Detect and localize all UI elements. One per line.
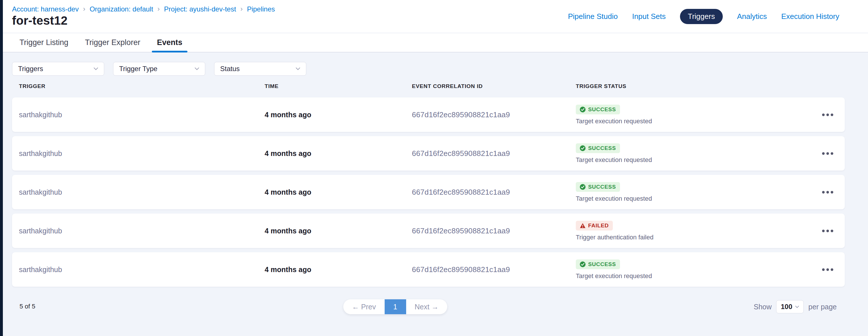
row-actions-menu[interactable] bbox=[810, 111, 845, 119]
filter-trigger-type-label: Trigger Type bbox=[119, 65, 157, 73]
status-label: SUCCESS bbox=[588, 261, 616, 267]
status-badge: FAILED bbox=[576, 221, 613, 231]
breadcrumb-link-pipelines[interactable]: Pipelines bbox=[247, 5, 275, 13]
nav-pill-triggers[interactable]: Triggers bbox=[680, 9, 722, 24]
ellipsis-icon bbox=[822, 113, 825, 116]
ellipsis-icon bbox=[826, 113, 829, 116]
ellipsis-icon bbox=[831, 113, 833, 116]
status-detail: Target execution requested bbox=[576, 272, 652, 280]
status-badge: SUCCESS bbox=[576, 143, 620, 153]
column-header-trigger: TRIGGER bbox=[19, 83, 265, 90]
chevron-down-icon bbox=[296, 67, 300, 70]
status-label: FAILED bbox=[588, 223, 609, 229]
chevron-down-icon bbox=[795, 306, 799, 308]
pagination: ← Prev 1 Next → bbox=[343, 299, 447, 314]
next-page-button[interactable]: Next → bbox=[406, 299, 447, 314]
table-row[interactable]: sarthakgithub 4 months ago 667d16f2ec895… bbox=[12, 136, 845, 171]
status-badge: SUCCESS bbox=[576, 105, 620, 114]
current-page-button[interactable]: 1 bbox=[384, 299, 406, 314]
ellipsis-icon bbox=[826, 268, 829, 271]
event-rows: sarthakgithub 4 months ago 667d16f2ec895… bbox=[12, 98, 845, 287]
row-actions-menu[interactable] bbox=[810, 149, 845, 158]
row-actions-menu[interactable] bbox=[810, 227, 845, 235]
check-circle-icon bbox=[580, 262, 586, 267]
table-row[interactable]: sarthakgithub 4 months ago 667d16f2ec895… bbox=[12, 213, 845, 248]
status-detail: Target execution requested bbox=[576, 195, 652, 202]
event-time: 4 months ago bbox=[265, 266, 412, 274]
status-label: SUCCESS bbox=[588, 106, 616, 113]
correlation-id: 667d16f2ec895908821c1aa9 bbox=[412, 188, 576, 197]
status-badge: SUCCESS bbox=[576, 260, 620, 269]
tab-trigger-listing[interactable]: Trigger Listing bbox=[18, 33, 70, 52]
breadcrumb-separator-icon: › bbox=[83, 5, 85, 13]
trigger-status-cell: FAILED Trigger authentication failed bbox=[576, 221, 810, 241]
trigger-name: sarthakgithub bbox=[19, 111, 265, 119]
nav-link-pipeline-studio[interactable]: Pipeline Studio bbox=[568, 12, 618, 21]
breadcrumb-separator-icon: › bbox=[240, 5, 243, 13]
ellipsis-icon bbox=[822, 230, 825, 232]
table-header: TRIGGER TIME EVENT CORRELATION ID TRIGGE… bbox=[12, 83, 845, 90]
page-size-value: 100 bbox=[781, 303, 792, 311]
show-label: Show bbox=[754, 303, 772, 311]
warning-triangle-icon bbox=[580, 223, 586, 228]
pipeline-nav: Pipeline Studio Input Sets Triggers Anal… bbox=[568, 0, 839, 33]
status-detail: Target execution requested bbox=[576, 117, 652, 125]
breadcrumb-link-account[interactable]: Account: harness-dev bbox=[12, 5, 79, 13]
trigger-name: sarthakgithub bbox=[19, 266, 265, 274]
filter-trigger-type[interactable]: Trigger Type bbox=[113, 62, 205, 76]
status-detail: Target execution requested bbox=[576, 156, 652, 164]
filter-triggers[interactable]: Triggers bbox=[12, 62, 104, 76]
ellipsis-icon bbox=[831, 152, 833, 155]
breadcrumb-separator-icon: › bbox=[158, 5, 160, 13]
event-time: 4 months ago bbox=[265, 188, 412, 196]
row-actions-menu[interactable] bbox=[810, 188, 845, 196]
status-detail: Trigger authentication failed bbox=[576, 234, 654, 241]
column-header-trigger-status: TRIGGER STATUS bbox=[576, 83, 810, 90]
correlation-id: 667d16f2ec895908821c1aa9 bbox=[412, 149, 576, 158]
chevron-down-icon bbox=[195, 67, 199, 70]
ellipsis-icon bbox=[826, 152, 829, 155]
tab-events[interactable]: Events bbox=[155, 33, 184, 52]
page-size-select[interactable]: 100 bbox=[776, 300, 804, 313]
trigger-status-cell: SUCCESS Target execution requested bbox=[576, 182, 810, 202]
nav-link-execution-history[interactable]: Execution History bbox=[781, 12, 839, 21]
filter-status[interactable]: Status bbox=[214, 62, 306, 76]
ellipsis-icon bbox=[822, 268, 825, 271]
per-page-label: per page bbox=[808, 303, 837, 311]
status-label: SUCCESS bbox=[588, 145, 616, 152]
trigger-name: sarthakgithub bbox=[19, 149, 265, 158]
ellipsis-icon bbox=[822, 191, 825, 194]
row-actions-menu[interactable] bbox=[810, 266, 845, 274]
collapsed-sidebar-strip[interactable] bbox=[0, 0, 3, 336]
nav-link-input-sets[interactable]: Input Sets bbox=[632, 12, 665, 21]
breadcrumb-link-organization[interactable]: Organization: default bbox=[90, 5, 153, 13]
correlation-id: 667d16f2ec895908821c1aa9 bbox=[412, 265, 576, 274]
tab-trigger-explorer[interactable]: Trigger Explorer bbox=[83, 33, 142, 52]
status-label: SUCCESS bbox=[588, 184, 616, 190]
table-row[interactable]: sarthakgithub 4 months ago 667d16f2ec895… bbox=[12, 98, 845, 132]
check-circle-icon bbox=[580, 145, 586, 151]
breadcrumb: Account: harness-dev › Organization: def… bbox=[12, 5, 275, 13]
correlation-id: 667d16f2ec895908821c1aa9 bbox=[412, 227, 576, 235]
check-circle-icon bbox=[580, 184, 586, 190]
nav-link-analytics[interactable]: Analytics bbox=[737, 12, 767, 21]
table-row[interactable]: sarthakgithub 4 months ago 667d16f2ec895… bbox=[12, 175, 845, 209]
ellipsis-icon bbox=[831, 268, 833, 271]
filter-status-label: Status bbox=[220, 65, 240, 73]
page-header: Account: harness-dev › Organization: def… bbox=[3, 0, 868, 33]
table-row[interactable]: sarthakgithub 4 months ago 667d16f2ec895… bbox=[12, 252, 845, 287]
trigger-name: sarthakgithub bbox=[19, 227, 265, 235]
ellipsis-icon bbox=[826, 230, 829, 232]
status-badge: SUCCESS bbox=[576, 182, 620, 192]
filter-bar: Triggers Trigger Type Status bbox=[12, 62, 306, 76]
trigger-status-cell: SUCCESS Target execution requested bbox=[576, 260, 810, 280]
tab-bar: Trigger Listing Trigger Explorer Events bbox=[3, 33, 868, 53]
page-title: for-test12 bbox=[12, 14, 67, 28]
event-time: 4 months ago bbox=[265, 227, 412, 235]
correlation-id: 667d16f2ec895908821c1aa9 bbox=[412, 110, 576, 119]
ellipsis-icon bbox=[831, 191, 833, 194]
filter-triggers-label: Triggers bbox=[18, 65, 43, 73]
ellipsis-icon bbox=[831, 230, 833, 232]
prev-page-button[interactable]: ← Prev bbox=[343, 299, 384, 314]
breadcrumb-link-project[interactable]: Project: ayushi-dev-test bbox=[164, 5, 236, 13]
